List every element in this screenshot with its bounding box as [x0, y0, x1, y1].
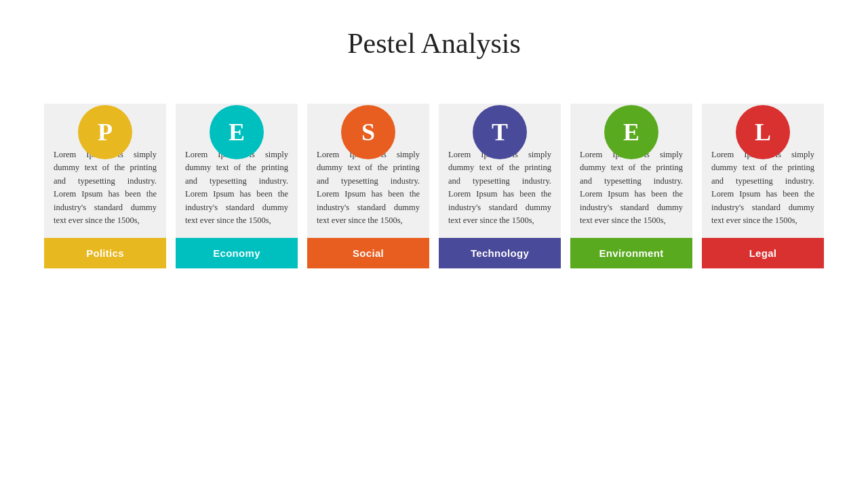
card-label-social: Social [307, 238, 429, 268]
circle-social: S [341, 105, 395, 159]
card-label-environment: Environment [570, 238, 692, 268]
card-label-economy: Economy [176, 238, 298, 268]
pestel-card-technology: TLorem Ipsum is simply dummy text of the… [439, 131, 561, 268]
page-title: Pestel Analysis [347, 27, 521, 60]
pestel-card-politics: PLorem Ipsum is simply dummy text of the… [44, 131, 166, 268]
circle-legal: L [736, 105, 790, 159]
circle-economy: E [210, 105, 264, 159]
circle-environment: E [604, 105, 658, 159]
pestel-card-environment: ELorem Ipsum is simply dummy text of the… [570, 131, 692, 268]
circle-politics: P [78, 105, 132, 159]
cards-container: PLorem Ipsum is simply dummy text of the… [0, 131, 868, 268]
pestel-card-economy: ELorem Ipsum is simply dummy text of the… [176, 131, 298, 268]
card-label-technology: Technology [439, 238, 561, 268]
card-label-legal: Legal [702, 238, 824, 268]
pestel-card-social: SLorem Ipsum is simply dummy text of the… [307, 131, 429, 268]
card-label-politics: Politics [44, 238, 166, 268]
pestel-card-legal: LLorem Ipsum is simply dummy text of the… [702, 131, 824, 268]
circle-technology: T [473, 105, 527, 159]
